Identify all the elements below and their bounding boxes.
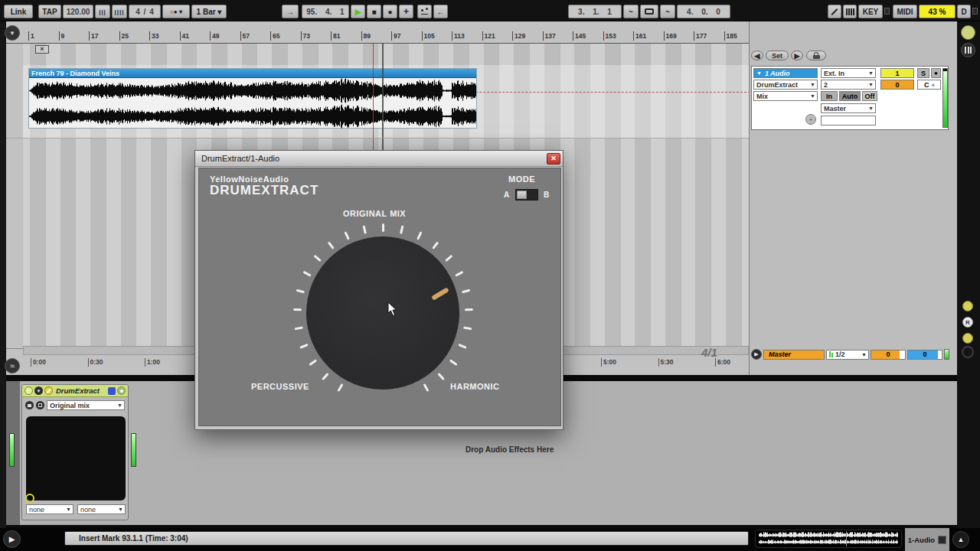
stop-button[interactable]: ■ — [367, 5, 381, 18]
loop-start-field[interactable]: 3. 1. 1 — [568, 5, 622, 18]
input-type-chooser[interactable]: Ext. In▼ — [821, 68, 876, 78]
plugin-window-title-bar[interactable]: DrumExtract/1-Audio — [195, 151, 563, 167]
device-fold-icon[interactable]: ▼ — [34, 386, 43, 395]
next-locator-button[interactable]: ▶ — [791, 51, 803, 60]
link-button[interactable]: Link — [4, 5, 33, 18]
key-map-button[interactable]: KEY — [858, 5, 883, 18]
punch-in-icon: ~ — [629, 8, 633, 16]
plugin-window[interactable]: DrumExtract/1-Audio ✕ YellowNoiseAudio D… — [194, 150, 564, 430]
solo-button[interactable]: S — [917, 68, 929, 78]
overview-button[interactable] — [962, 346, 974, 358]
set-locator-button[interactable]: Set — [766, 51, 789, 60]
metronome-button[interactable]: ○● ▾ — [162, 5, 190, 18]
overdub-button[interactable]: + — [399, 5, 413, 18]
mixer-toggle-button[interactable] — [962, 333, 973, 344]
mixer-section-toggle-button[interactable] — [961, 43, 975, 57]
status-play-button[interactable]: ▶ — [3, 530, 21, 548]
overview-toggle-button[interactable] — [961, 25, 975, 40]
param1-chooser[interactable]: none▼ — [26, 504, 74, 514]
master-volume-field[interactable]: 0 — [871, 350, 906, 360]
overdub-icon: + — [403, 6, 409, 17]
device-preset-row: Original mix▼ — [22, 399, 128, 412]
input-channel-chooser[interactable]: 2▼ — [821, 80, 876, 90]
bar-ruler-tick: 113 — [452, 31, 465, 41]
plugin-window-tab[interactable]: 1-Audio — [905, 528, 949, 551]
mode-a-label: A — [504, 191, 510, 199]
mix-chooser[interactable]: Mix▼ — [753, 91, 818, 101]
mode-switch-handle[interactable] — [517, 191, 527, 199]
device-activator-icon[interactable] — [24, 386, 33, 395]
hot-swap-hand-icon[interactable] — [108, 387, 116, 395]
output-channel-chooser[interactable] — [821, 116, 876, 126]
monitor-in-button[interactable]: In — [821, 91, 838, 101]
bar-ruler-tick: 9 — [59, 31, 65, 41]
track-pan-field[interactable]: C◂ — [917, 80, 941, 90]
play-button[interactable]: ▶ — [351, 5, 365, 18]
track-fold-icon[interactable]: ▼ — [756, 70, 762, 76]
save-preset-icon[interactable] — [36, 401, 44, 409]
automation-arm-button[interactable] — [417, 5, 432, 18]
track-activator[interactable]: 1 — [880, 68, 914, 78]
arrangement-position-field[interactable]: 95. 4. 1 — [302, 5, 349, 18]
audio-clip[interactable]: French 79 - Diamond Veins — [28, 68, 477, 129]
playhead — [382, 44, 384, 151]
tap-tempo-button[interactable]: TAP — [38, 5, 61, 18]
clip-title-bar[interactable]: French 79 - Diamond Veins — [29, 69, 476, 78]
mode-switch[interactable] — [515, 189, 538, 201]
computer-midi-keyboard-button[interactable] — [843, 5, 857, 18]
master-routing-chooser[interactable]: 1/2▼ — [826, 350, 869, 360]
beat-time-ruler[interactable]: 1917253341495765738189971051131211291371… — [6, 21, 749, 44]
loop-length-field[interactable]: 4. 0. 0 — [677, 5, 730, 18]
arm-button[interactable]: ● — [931, 68, 941, 78]
output-chooser[interactable]: Master▼ — [821, 103, 876, 113]
monitor-off-button[interactable]: Off — [862, 91, 877, 101]
clip-waveform — [29, 78, 476, 129]
io-section-toggle-button[interactable] — [962, 301, 973, 311]
mix-knob[interactable] — [306, 236, 459, 390]
returns-section-toggle-button[interactable]: R — [962, 317, 973, 328]
nudge-up-button[interactable]: |||| — [112, 5, 127, 18]
quantize-menu[interactable]: 1 Bar ▾ — [191, 5, 227, 18]
xy-pad-handle[interactable] — [25, 494, 34, 503]
close-button[interactable]: ✕ — [547, 153, 560, 165]
pan-speaker-icon: ◂ — [931, 82, 934, 88]
punch-out-button[interactable]: ~ — [660, 5, 675, 18]
device-options-icon[interactable] — [117, 386, 126, 395]
track-title[interactable]: ▼ 1 Audio — [753, 68, 818, 78]
record-button[interactable]: ● — [383, 5, 397, 18]
param2-chooser[interactable]: none▼ — [77, 504, 126, 514]
tempo-field[interactable]: 120.00 — [63, 5, 93, 18]
loop-lock-button[interactable] — [806, 51, 826, 60]
follow-button[interactable]: → — [282, 5, 299, 18]
master-pan-field[interactable]: 0 — [907, 350, 942, 360]
track-volume-field[interactable]: 0 — [880, 80, 914, 90]
draw-mode-button[interactable] — [828, 5, 841, 18]
folder-icon[interactable] — [25, 401, 34, 409]
master-track-title[interactable]: Master — [763, 350, 825, 360]
arrangement-overview[interactable] — [755, 530, 902, 548]
midi-map-button[interactable]: MIDI — [893, 5, 917, 18]
time-ruler-tick: 0:00 — [31, 358, 46, 367]
add-automation-lane-button[interactable]: + — [805, 114, 816, 125]
detail-view-toggle-button[interactable]: ≈ — [5, 358, 20, 373]
master-play-button[interactable]: ▶ — [751, 349, 762, 360]
punch-in-button[interactable]: ~ — [623, 5, 639, 18]
xy-pad[interactable] — [26, 416, 126, 500]
arrangement-marker[interactable]: × — [35, 45, 49, 54]
device-title-bar[interactable]: ▼ DrumExtract — [22, 385, 128, 397]
track-header: ▼ 1 Audio DrumExtract▼ Mix▼ + Ext. In▼ 2… — [751, 66, 949, 130]
time-ruler-tick: 6:00 — [715, 358, 730, 367]
show-hide-plugin-button[interactable]: ▲ — [952, 531, 969, 548]
prev-locator-button[interactable]: ◀ — [751, 51, 763, 60]
wrench-icon[interactable] — [44, 386, 53, 395]
monitor-auto-button[interactable]: Auto — [839, 91, 861, 101]
time-signature-field[interactable]: 4 / 4 — [129, 5, 161, 18]
time-ruler-tick: 5:00 — [601, 358, 616, 367]
browser-toggle-button[interactable]: ▼ — [5, 25, 20, 41]
loop-button[interactable] — [640, 5, 658, 18]
reenable-automation-button[interactable]: ← — [433, 5, 448, 18]
device-chooser[interactable]: DrumExtract▼ — [753, 80, 818, 90]
nudge-down-button[interactable]: ||| — [95, 5, 110, 18]
back-arrow-icon: ← — [437, 8, 445, 16]
preset-chooser[interactable]: Original mix▼ — [47, 400, 125, 410]
